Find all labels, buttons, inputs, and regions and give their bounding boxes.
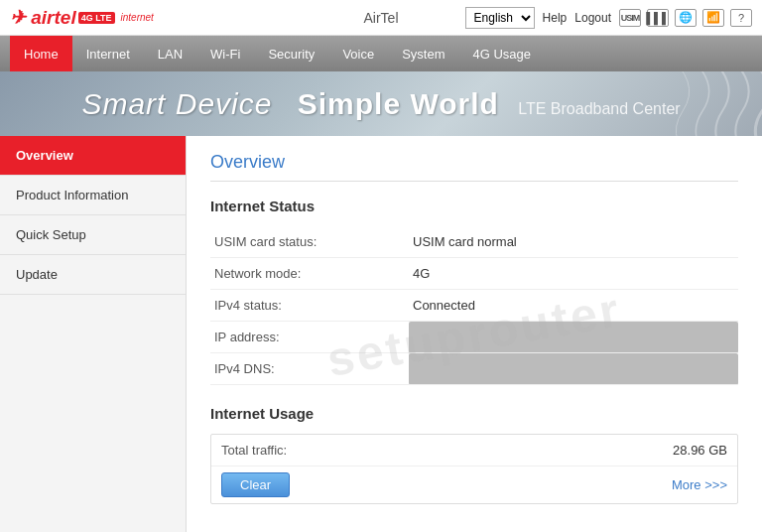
nav-item-lan[interactable]: LAN xyxy=(144,36,196,71)
sidebar: OverviewProduct InformationQuick SetupUp… xyxy=(0,136,187,532)
globe-icon: 🌐 xyxy=(675,9,697,27)
nav-item-wi-fi[interactable]: Wi-Fi xyxy=(196,36,254,71)
sidebar-item-overview[interactable]: Overview xyxy=(0,136,186,176)
row-label: IPv4 status: xyxy=(210,290,409,322)
table-row: Total traffic:28.96 GB xyxy=(211,435,737,466)
usage-label: Total traffic: xyxy=(211,435,493,466)
more-link[interactable]: More >>> xyxy=(672,477,727,492)
row-label: Network mode: xyxy=(210,258,409,290)
logout-link[interactable]: Logout xyxy=(574,11,611,25)
usim-icon: USIM xyxy=(619,9,641,27)
nav-item-security[interactable]: Security xyxy=(254,36,328,71)
row-label: IPv4 DNS: xyxy=(210,353,409,385)
main-area: OverviewProduct InformationQuick SetupUp… xyxy=(0,136,762,532)
table-row: IPv4 DNS: xyxy=(210,353,738,385)
sidebar-item-quick-setup[interactable]: Quick Setup xyxy=(0,215,186,255)
row-value: USIM card normal xyxy=(409,226,738,258)
language-select[interactable]: English 中文 xyxy=(465,7,535,29)
row-value xyxy=(409,322,738,353)
table-row: IPv4 status:Connected xyxy=(210,290,738,322)
banner: Smart Device Simple World LTE Broadband … xyxy=(0,71,762,136)
usage-footer: Clear More >>> xyxy=(211,466,737,503)
row-value: Connected xyxy=(409,290,738,322)
wifi-icon: 📶 xyxy=(702,9,724,27)
help-link[interactable]: Help xyxy=(543,11,568,25)
header: ✈ airtel 4G LTE internet AirTel English … xyxy=(0,0,762,36)
usage-value: 28.96 GB xyxy=(493,435,737,466)
row-value xyxy=(409,353,738,385)
table-row: Network mode:4G xyxy=(210,258,738,290)
row-label: IP address: xyxy=(210,322,409,353)
status-icons: USIM ▌▌▌ 🌐 📶 ? xyxy=(619,9,752,27)
airtel-logo: ✈ airtel 4G LTE xyxy=(10,6,115,29)
internet-label: internet xyxy=(121,12,154,23)
navbar: HomeInternetLANWi-FiSecurityVoiceSystem4… xyxy=(0,36,762,71)
row-label: USIM card status: xyxy=(210,226,409,258)
content-area: Overview Internet Status USIM card statu… xyxy=(187,136,762,520)
nav-item-voice[interactable]: Voice xyxy=(328,36,388,71)
usage-table: Total traffic:28.96 GB xyxy=(211,435,737,466)
table-row: USIM card status:USIM card normal xyxy=(210,226,738,258)
banner-smart-device: Smart Device Simple World xyxy=(81,87,508,120)
internet-status-title: Internet Status xyxy=(210,198,738,214)
internet-status-table: USIM card status:USIM card normalNetwork… xyxy=(210,226,738,385)
question-icon: ? xyxy=(730,9,752,27)
internet-usage-title: Internet Usage xyxy=(210,405,738,422)
4g-badge: 4G LTE xyxy=(78,12,115,24)
nav-item-4g-usage[interactable]: 4G Usage xyxy=(459,36,546,71)
header-right: English 中文 Help Logout USIM ▌▌▌ 🌐 📶 ? xyxy=(465,7,752,29)
clear-button[interactable]: Clear xyxy=(221,472,290,497)
header-center-title: AirTel xyxy=(363,10,398,26)
internet-usage-section: Total traffic:28.96 GB Clear More >>> xyxy=(210,434,738,504)
sidebar-item-product-information[interactable]: Product Information xyxy=(0,176,186,215)
nav-item-system[interactable]: System xyxy=(388,36,458,71)
page-title: Overview xyxy=(210,152,738,182)
content-wrapper: setuprouter Overview Internet Status USI… xyxy=(187,136,762,532)
logo-area: ✈ airtel 4G LTE internet xyxy=(10,6,154,29)
table-row: IP address: xyxy=(210,322,738,353)
sidebar-item-update[interactable]: Update xyxy=(0,255,186,295)
signal-icon: ▌▌▌ xyxy=(647,9,669,27)
nav-item-internet[interactable]: Internet xyxy=(72,36,144,71)
nav-item-home[interactable]: Home xyxy=(10,36,72,71)
row-value: 4G xyxy=(409,258,738,290)
airtel-logo-text: ✈ airtel xyxy=(10,6,76,29)
banner-decoration xyxy=(583,71,762,136)
